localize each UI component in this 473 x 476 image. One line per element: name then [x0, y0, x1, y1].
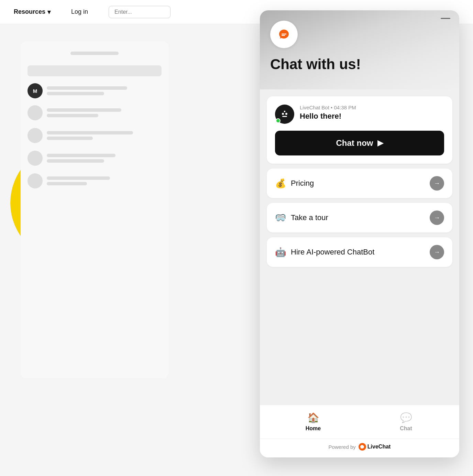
livechat-icon — [276, 27, 292, 42]
svg-rect-5 — [284, 111, 285, 112]
livechat-brand-icon — [359, 443, 366, 451]
chevron-down-icon: ▾ — [47, 8, 51, 16]
mock-line — [47, 131, 133, 134]
money-bag-icon: 💰 — [275, 178, 286, 189]
mock-line — [47, 86, 127, 90]
tab-home[interactable]: 🏠 Home — [267, 405, 360, 439]
home-icon: 🏠 — [307, 412, 319, 423]
pricing-label: Pricing — [291, 179, 314, 188]
mock-circle — [28, 128, 43, 143]
mock-text-lines — [47, 86, 162, 95]
mock-line — [47, 154, 116, 157]
chat-now-label: Chat now — [336, 138, 373, 148]
tour-arrow-icon: → — [430, 210, 444, 225]
mock-text-lines — [47, 154, 162, 163]
svg-point-1 — [278, 108, 291, 120]
livechat-logo: LiveChat — [359, 443, 391, 451]
mock-line — [47, 92, 104, 95]
option-left: 💰 Pricing — [275, 178, 314, 189]
arrow-icon: ▶ — [377, 139, 383, 148]
widget-logo — [270, 21, 298, 48]
svg-point-3 — [285, 113, 287, 115]
list-item — [28, 173, 162, 188]
app-mockup: M — [21, 41, 168, 378]
svg-rect-4 — [282, 116, 287, 117]
footer-tabs: 🏠 Home 💬 Chat — [260, 405, 459, 439]
pricing-option[interactable]: 💰 Pricing → — [267, 169, 452, 198]
powered-by-bar: Powered by LiveChat — [260, 439, 459, 457]
bot-info: LiveChat Bot • 04:38 PM Hello there! — [300, 105, 356, 121]
mock-search-bar — [28, 65, 162, 76]
widget-footer: 🏠 Home 💬 Chat Powered by LiveChat — [260, 405, 459, 457]
hire-chatbot-option[interactable]: 🤖 Hire AI-powered ChatBot → — [267, 237, 452, 267]
widget-body: LiveChat Bot • 04:38 PM Hello there! Cha… — [260, 89, 459, 405]
glasses-icon: 🥽 — [275, 213, 286, 223]
mock-circle — [28, 173, 43, 188]
list-item — [28, 105, 162, 120]
chatbot-arrow-icon: → — [430, 245, 444, 259]
mock-line — [47, 159, 104, 163]
widget-header: Chat with us! — [260, 10, 459, 89]
chat-widget: Chat with us! — [260, 10, 459, 457]
powered-by-text: Powered by — [329, 444, 356, 450]
bot-greeting: Hello there! — [300, 112, 356, 121]
login-button[interactable]: Log in — [71, 8, 88, 15]
mock-line — [47, 114, 98, 117]
chat-tab-label: Chat — [400, 425, 412, 432]
home-tab-label: Home — [306, 425, 321, 432]
mock-text-lines — [47, 176, 162, 185]
mock-line — [47, 108, 121, 112]
take-tour-label: Take a tour — [291, 213, 328, 222]
mock-line — [47, 182, 87, 185]
mock-header-bar — [70, 52, 119, 55]
bot-name: LiveChat Bot • 04:38 PM — [300, 105, 356, 110]
mock-circle — [28, 105, 43, 120]
take-tour-option[interactable]: 🥽 Take a tour → — [267, 203, 452, 232]
minimize-button[interactable] — [441, 18, 450, 19]
bot-row: LiveChat Bot • 04:38 PM Hello there! — [275, 105, 444, 124]
mock-avatar-row: M — [28, 83, 162, 98]
hire-chatbot-label: Hire AI-powered ChatBot — [291, 248, 374, 257]
tab-chat[interactable]: 💬 Chat — [360, 405, 452, 439]
mock-circle — [28, 151, 43, 166]
chat-now-button[interactable]: Chat now ▶ — [275, 131, 444, 155]
robot-icon: 🤖 — [275, 247, 286, 258]
avatar: M — [28, 83, 43, 98]
option-left: 🤖 Hire AI-powered ChatBot — [275, 247, 374, 258]
resources-nav[interactable]: Resources ▾ — [14, 8, 51, 16]
chat-icon: 💬 — [400, 412, 412, 423]
list-item — [28, 128, 162, 143]
svg-point-2 — [282, 113, 284, 115]
chat-card: LiveChat Bot • 04:38 PM Hello there! Cha… — [267, 96, 452, 164]
search-input[interactable] — [109, 6, 170, 18]
brand-name: LiveChat — [367, 444, 391, 450]
mock-line — [47, 137, 93, 140]
bot-avatar-wrap — [275, 105, 294, 124]
mock-text-lines — [47, 108, 162, 117]
bot-face-icon — [278, 108, 291, 120]
pricing-arrow-icon: → — [430, 176, 444, 191]
mock-line — [47, 176, 110, 180]
option-left: 🥽 Take a tour — [275, 213, 328, 223]
resources-label: Resources — [14, 8, 45, 15]
widget-title: Chat with us! — [270, 56, 449, 72]
mock-text-lines — [47, 131, 162, 140]
list-item — [28, 151, 162, 166]
